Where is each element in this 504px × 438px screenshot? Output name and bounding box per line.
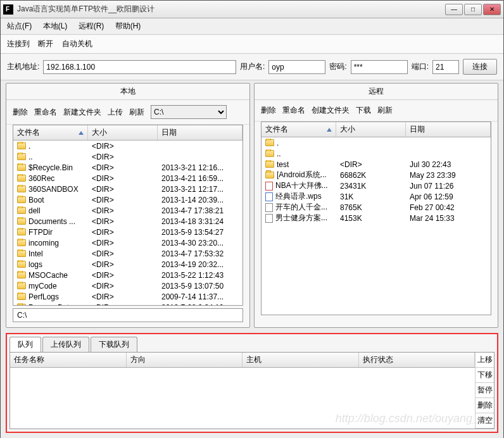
queue-col-status[interactable]: 执行状态 — [359, 353, 476, 367]
file-size: 23431K — [336, 182, 406, 191]
auto-shutdown-label[interactable]: 自动关机 — [62, 39, 92, 48]
local-upload[interactable]: 上传 — [108, 107, 123, 118]
file-row[interactable]: PerfLogs<DIR>2009-7-14 11:37... — [13, 291, 243, 302]
local-refresh[interactable]: 刷新 — [129, 107, 144, 118]
menu-site[interactable]: 站点(F) — [7, 22, 32, 30]
file-date: 2013-5-9 13:54:27 — [158, 228, 243, 237]
remote-newfolder[interactable]: 创建文件夹 — [312, 105, 350, 116]
file-name: Boot — [28, 196, 44, 204]
queue-move-up[interactable]: 上移 — [476, 353, 494, 368]
local-path[interactable]: C:\ — [13, 308, 243, 322]
folder-icon — [17, 272, 26, 278]
remote-col-name[interactable]: 文件名 — [261, 122, 336, 137]
host-input[interactable] — [43, 60, 236, 74]
local-rename[interactable]: 重命名 — [34, 107, 57, 118]
file-row[interactable]: 经典语录.wps31KApr 06 12:59 — [261, 191, 491, 202]
remote-delete[interactable]: 删除 — [261, 105, 276, 116]
remote-refresh[interactable]: 刷新 — [377, 105, 393, 116]
remote-download[interactable]: 下载 — [356, 105, 371, 116]
minimize-button[interactable]: — — [445, 4, 463, 15]
port-input[interactable] — [432, 60, 459, 74]
menu-help[interactable]: 帮助(H) — [115, 22, 141, 30]
folder-icon — [17, 175, 26, 182]
tab-upload-queue[interactable]: 上传队列 — [42, 337, 89, 352]
file-date: Jun 07 11:26 — [406, 182, 491, 191]
file-row[interactable]: test<DIR>Jul 30 22:43 — [261, 159, 491, 170]
file-date: 2013-4-7 17:38:21 — [158, 206, 243, 215]
sort-asc-icon — [79, 131, 84, 135]
file-row[interactable]: incoming<DIR>2013-4-30 23:20... — [13, 237, 243, 248]
file-row[interactable]: Documents ...<DIR>2013-4-18 3:31:24 — [13, 216, 243, 227]
folder-icon — [17, 196, 26, 203]
file-row[interactable]: [Android系统...66862KMay 23 23:39 — [261, 170, 491, 180]
tab-queue[interactable]: 队列 — [9, 337, 41, 352]
local-col-date[interactable]: 日期 — [158, 125, 243, 140]
menu-remote[interactable]: 远程(R) — [79, 22, 104, 30]
file-row[interactable]: NBA十大拜佛...23431KJun 07 11:26 — [261, 180, 491, 191]
remote-file-list[interactable]: ...test<DIR>Jul 30 22:43[Android系统...668… — [261, 137, 491, 315]
queue-move-down[interactable]: 下移 — [476, 368, 494, 383]
file-name: incoming — [28, 239, 59, 247]
connect-button[interactable]: 连接 — [463, 59, 497, 75]
file-row[interactable]: .<DIR> — [13, 141, 243, 151]
file-row[interactable]: logs<DIR>2013-4-19 20:32... — [13, 259, 243, 270]
tab-download-queue[interactable]: 下载队列 — [91, 337, 137, 352]
close-button[interactable]: ✕ — [483, 4, 501, 15]
file-row[interactable]: 360Rec<DIR>2013-4-21 16:59... — [13, 173, 243, 184]
queue-col-dir[interactable]: 方向 — [127, 353, 243, 367]
file-name: logs — [28, 260, 42, 269]
file-row[interactable]: dell<DIR>2013-4-7 17:38:21 — [13, 205, 243, 216]
file-row[interactable]: ..<DIR> — [13, 151, 243, 162]
file-size: <DIR> — [88, 303, 158, 306]
menu-local[interactable]: 本地(L) — [43, 22, 68, 30]
folder-icon — [265, 172, 274, 178]
file-row[interactable]: Intel<DIR>2013-4-7 17:53:32 — [13, 248, 243, 259]
queue-pause[interactable]: 暂停 — [476, 383, 494, 398]
local-file-list[interactable]: .<DIR>..<DIR>$Recycle.Bin<DIR>2013-3-21 … — [13, 141, 243, 305]
local-newfolder[interactable]: 新建文件夹 — [63, 107, 101, 118]
file-row[interactable]: .. — [261, 148, 491, 159]
local-drive-select[interactable]: C:\ — [151, 105, 227, 119]
file-row[interactable]: myCode<DIR>2013-5-9 13:07:50 — [13, 280, 243, 291]
host-bar: 主机地址: 用户名: 密码: 端口: 连接 — [1, 54, 503, 80]
connect-to-label[interactable]: 连接到 — [7, 39, 30, 48]
queue-delete[interactable]: 删除 — [476, 398, 494, 413]
file-name: 开车的人千金... — [275, 202, 327, 213]
file-size: <DIR> — [88, 249, 158, 258]
file-row[interactable]: $Recycle.Bin<DIR>2013-3-21 12:16... — [13, 162, 243, 173]
file-date: Mar 24 15:33 — [406, 214, 491, 223]
local-delete[interactable]: 删除 — [13, 107, 28, 118]
remote-col-date[interactable]: 日期 — [406, 122, 491, 137]
local-col-name[interactable]: 文件名 — [13, 125, 88, 140]
maximize-button[interactable]: □ — [464, 4, 482, 15]
file-row[interactable]: FTPDir<DIR>2013-5-9 13:54:27 — [13, 227, 243, 237]
pass-input[interactable] — [351, 60, 408, 74]
queue-body[interactable] — [10, 368, 475, 429]
folder-icon — [265, 161, 274, 168]
user-label: 用户名: — [240, 61, 265, 72]
host-label: 主机地址: — [7, 61, 39, 72]
queue-col-task[interactable]: 任务名称 — [10, 353, 127, 367]
file-row[interactable]: 360SANDBOX<DIR>2013-3-21 12:17... — [13, 184, 243, 194]
remote-col-size[interactable]: 大小 — [336, 122, 406, 137]
local-col-size[interactable]: 大小 — [88, 125, 158, 140]
file-size: <DIR> — [88, 174, 158, 183]
folder-icon — [17, 185, 26, 192]
file-date: 2013-1-14 20:39... — [158, 196, 243, 204]
file-name: 360Rec — [28, 174, 54, 183]
file-name: ProgramData — [28, 303, 73, 306]
file-row[interactable]: ProgramData<DIR>2013-7-28 9:34:19 — [13, 302, 243, 305]
file-row[interactable]: Boot<DIR>2013-1-14 20:39... — [13, 194, 243, 205]
user-input[interactable] — [268, 60, 325, 74]
file-row[interactable]: MSOCache<DIR>2013-5-22 1:12:43 — [13, 270, 243, 280]
remote-file-table: 文件名 大小 日期 ...test<DIR>Jul 30 22:43[Andro… — [261, 122, 491, 315]
file-size: <DIR> — [88, 185, 158, 194]
file-size: <DIR> — [88, 271, 158, 280]
file-row[interactable]: . — [261, 137, 491, 148]
file-row[interactable]: 男士健身方案...4153KMar 24 15:33 — [261, 213, 491, 223]
remote-rename[interactable]: 重命名 — [282, 105, 305, 116]
disconnect-label[interactable]: 断开 — [38, 39, 53, 48]
file-row[interactable]: 开车的人千金...8765KFeb 27 00:42 — [261, 202, 491, 213]
queue-clear[interactable]: 清空 — [476, 413, 494, 429]
queue-col-host[interactable]: 主机 — [243, 353, 359, 367]
